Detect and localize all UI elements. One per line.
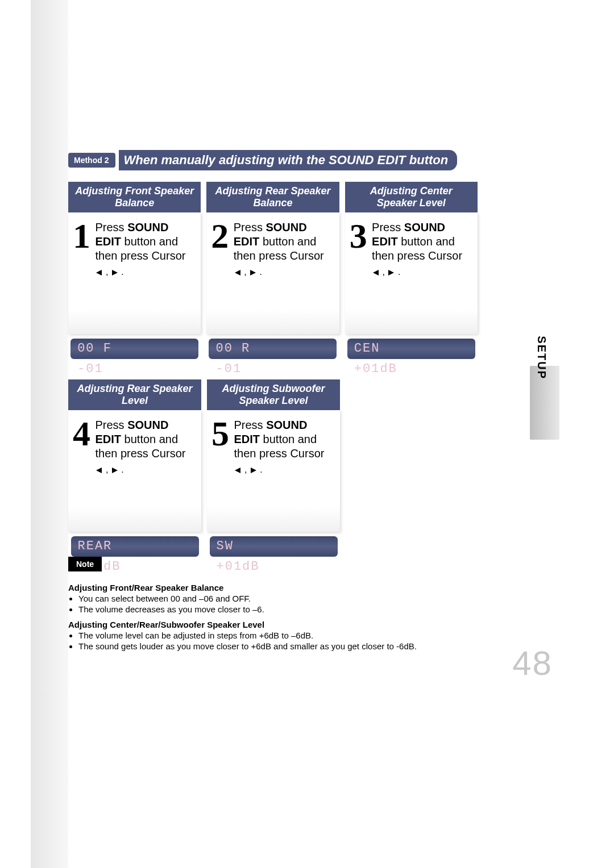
note-list-2: The volume level can be adjusted in step…: [68, 631, 512, 651]
instr-bold-2: EDIT: [234, 433, 260, 445]
steps-row-2: Adjusting Rear Speaker Level 4 Press SOU…: [68, 379, 478, 532]
step-number: 1: [73, 220, 90, 252]
step-3: Adjusting Center Speaker Level 3 Press S…: [345, 182, 478, 334]
comma: ,: [383, 267, 388, 277]
note-bullet: You can select between 00 and –06 and OF…: [78, 594, 512, 603]
step-number: 3: [350, 220, 367, 252]
step-number: 4: [73, 418, 90, 450]
cursor-right-icon: [111, 467, 119, 474]
note-block: Note Adjusting Front/Rear Speaker Balanc…: [68, 557, 512, 657]
svg-marker-4: [373, 270, 379, 276]
steps-row-1: Adjusting Front Speaker Balance 1 Press …: [68, 182, 478, 334]
step-body: 5 Press SOUNDEDIT button and then press …: [207, 410, 340, 532]
step-header: Adjusting Rear Speaker Balance: [206, 182, 339, 212]
cursor-arrows: , .: [234, 266, 262, 278]
note-heading-1: Adjusting Front/Rear Speaker Balance: [68, 583, 512, 592]
instr-prefix: Press: [372, 221, 404, 233]
method-badge: Method 2: [68, 153, 115, 168]
step-number: 2: [211, 220, 229, 252]
instr-bold-2: EDIT: [95, 235, 121, 248]
display-left: SW: [217, 536, 276, 557]
lcd-display: CEN +01dB: [347, 339, 475, 359]
comma: ,: [106, 267, 111, 277]
step-header: Adjusting Rear Speaker Level: [68, 379, 201, 410]
cursor-arrows: , .: [95, 464, 123, 475]
svg-marker-3: [250, 270, 256, 276]
lcd-display: 00 R -01: [209, 339, 337, 359]
step-body: 1 Press SOUNDEDIT button and then press …: [68, 212, 201, 334]
page-number: 48: [512, 644, 553, 683]
svg-marker-2: [235, 270, 240, 276]
cursor-right-icon: [111, 269, 119, 276]
step-body: 4 Press SOUNDEDIT button and then press …: [68, 410, 201, 532]
step-5: Adjusting Subwoofer Speaker Level 5 Pres…: [207, 379, 340, 532]
cursor-left-icon: [234, 269, 242, 276]
svg-marker-5: [388, 270, 394, 276]
method-heading: Method 2 When manually adjusting with th…: [68, 150, 457, 170]
cursor-right-icon: [250, 467, 258, 474]
display-right: -01: [77, 359, 127, 379]
svg-marker-8: [235, 468, 240, 473]
instr-bold-1: SOUND: [266, 419, 307, 431]
step-4: Adjusting Rear Speaker Level 4 Press SOU…: [68, 379, 201, 532]
note-bullet: The sound gets louder as you move closer…: [78, 641, 512, 651]
note-bullet: The volume decreases as you move closer …: [78, 604, 512, 614]
cursor-right-icon: [249, 269, 257, 276]
instr-bold-2: EDIT: [234, 235, 260, 248]
step-header: Adjusting Front Speaker Balance: [68, 182, 201, 212]
cursor-left-icon: [95, 467, 103, 474]
step-instruction: Press SOUNDEDIT button and then press Cu…: [95, 220, 186, 278]
svg-marker-9: [251, 468, 256, 473]
instr-bold-2: EDIT: [95, 433, 121, 445]
instr-prefix: Press: [95, 221, 127, 233]
cursor-suffix: .: [260, 267, 262, 277]
lcd-display: REAR -01dB: [71, 536, 199, 557]
step-number: 5: [211, 418, 229, 450]
comma: ,: [244, 465, 250, 474]
cursor-suffix: .: [260, 465, 262, 474]
cursor-suffix: .: [398, 267, 400, 277]
step-instruction: Press SOUNDEDIT button and then press Cu…: [95, 418, 186, 476]
note-bullet: The volume level can be adjusted in step…: [78, 631, 512, 640]
instr-prefix: Press: [95, 419, 127, 431]
cursor-left-icon: [95, 269, 103, 276]
cursor-arrows: , .: [234, 464, 262, 475]
cursor-left-icon: [372, 269, 380, 276]
step-instruction: Press SOUNDEDIT button and then press Cu…: [372, 220, 463, 278]
cursor-right-icon: [387, 269, 395, 276]
instr-prefix: Press: [234, 221, 266, 233]
left-decorative-band: [31, 0, 68, 868]
instr-bold-1: SOUND: [404, 221, 445, 233]
step-2: Adjusting Rear Speaker Balance 2 Press S…: [206, 182, 339, 334]
step-body: 2 Press SOUNDEDIT button and then press …: [206, 212, 339, 334]
method-title: When manually adjusting with the SOUND E…: [119, 150, 457, 170]
step-body: 3 Press SOUNDEDIT button and then press …: [345, 212, 478, 334]
svg-marker-1: [112, 270, 118, 276]
display-right: -01: [215, 359, 265, 379]
section-tab-label: SETUP: [535, 336, 548, 379]
step-instruction: Press SOUNDEDIT button and then press Cu…: [234, 220, 325, 278]
instr-bold-1: SOUND: [265, 221, 306, 233]
display-left: 00 F: [77, 339, 137, 359]
instr-bold-1: SOUND: [127, 221, 168, 233]
lcd-display: SW +01dB: [210, 536, 338, 557]
note-heading-2: Adjusting Center/Rear/Subwoofer Speaker …: [68, 620, 512, 629]
cursor-suffix: .: [121, 465, 123, 474]
step-instruction: Press SOUNDEDIT button and then press Cu…: [234, 418, 325, 476]
cursor-arrows: , .: [95, 266, 123, 278]
step-1: Adjusting Front Speaker Balance 1 Press …: [68, 182, 201, 334]
note-label: Note: [68, 557, 102, 571]
display-right: +01dB: [354, 359, 404, 379]
display-left: 00 R: [215, 339, 275, 359]
svg-marker-0: [96, 270, 102, 276]
note-list-1: You can select between 00 and –06 and OF…: [68, 594, 512, 614]
cursor-suffix: .: [121, 267, 123, 277]
display-left: CEN: [354, 339, 414, 359]
svg-marker-7: [112, 468, 118, 473]
instr-prefix: Press: [234, 419, 266, 431]
comma: ,: [244, 267, 249, 277]
step-header: Adjusting Subwoofer Speaker Level: [207, 379, 340, 410]
cursor-arrows: , .: [372, 266, 400, 278]
cursor-left-icon: [234, 467, 242, 474]
instr-bold-1: SOUND: [127, 419, 168, 431]
